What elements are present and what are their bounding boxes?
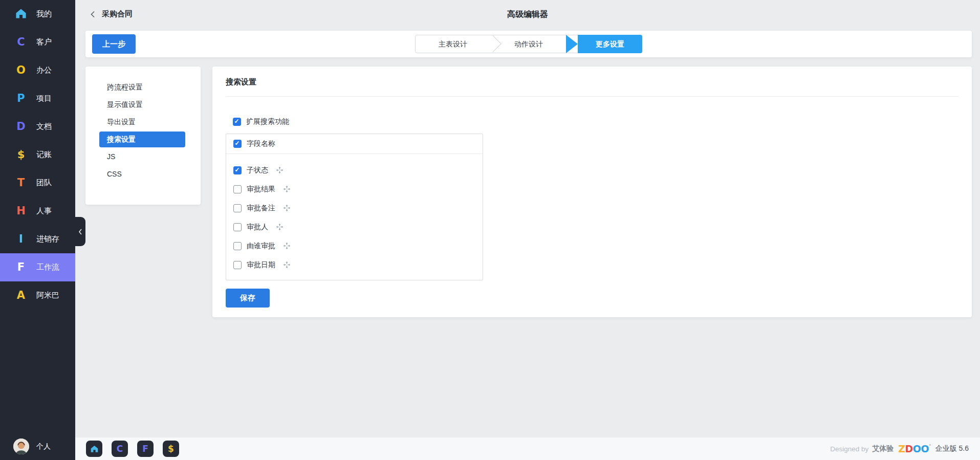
edition-label: 企业版 5.6: [935, 444, 969, 453]
field-label: 审批日期: [247, 260, 275, 270]
nav-item-search[interactable]: 搜索设置: [99, 132, 185, 147]
taskbar-accounting-icon[interactable]: $: [163, 441, 179, 457]
step-more-settings[interactable]: 更多设置: [578, 35, 642, 53]
sidebar-user[interactable]: 个人: [0, 439, 75, 454]
move-handle-icon[interactable]: [283, 261, 291, 269]
chevron-left-icon: [78, 228, 83, 235]
sidebar-item-project[interactable]: P 项目: [0, 84, 75, 113]
field-row-substatus: 子状态: [226, 161, 483, 180]
taskbar-apps: C F $: [86, 441, 179, 457]
sidebar-item-label: 我的: [36, 9, 52, 19]
sidebar-item-label: 工作流: [36, 262, 59, 272]
field-row-approver: 审批人: [226, 217, 483, 236]
sidebar-item-inventory[interactable]: I 进销存: [0, 225, 75, 253]
amoeba-letter-icon: A: [13, 290, 29, 301]
sidebar-item-label: 文档: [36, 122, 52, 132]
credit-brand: 艾体验: [872, 444, 894, 453]
move-handle-icon[interactable]: [283, 242, 291, 250]
extend-search-row: 扩展搜索功能: [233, 117, 972, 126]
credit-prefix: Designed by: [830, 445, 868, 453]
page-title: 高级编辑器: [75, 0, 980, 28]
dollar-icon: $: [13, 149, 29, 160]
hr-letter-icon: H: [13, 206, 29, 216]
wizard-stepper: 主表设计 动作设计 更多设置: [415, 35, 642, 53]
panel-title: 搜索设置: [212, 67, 972, 87]
sidebar-item-doc[interactable]: D 文档: [0, 113, 75, 141]
sidebar-item-label: 人事: [36, 206, 52, 216]
select-all-checkbox[interactable]: [233, 140, 242, 148]
taskbar-workflow-icon[interactable]: F: [137, 441, 154, 457]
nav-item-export[interactable]: 导出设置: [99, 114, 185, 130]
footer-credit: Designed by 艾体验 ZDOO° 企业版 5.6: [830, 444, 969, 454]
project-letter-icon: P: [13, 93, 29, 104]
customer-letter-icon: C: [13, 37, 29, 48]
move-handle-icon[interactable]: [276, 223, 284, 231]
taskbar-customer-icon[interactable]: C: [112, 441, 128, 457]
nav-item-js[interactable]: JS: [99, 149, 185, 165]
field-checkbox[interactable]: [233, 223, 242, 231]
field-label: 审批备注: [247, 204, 275, 213]
field-checkbox[interactable]: [233, 242, 242, 250]
field-list: 子状态 审批结果 审批备注 审批人: [226, 154, 483, 280]
move-handle-icon[interactable]: [276, 166, 284, 174]
sidebar-item-label: 记账: [36, 150, 52, 160]
sidebar-item-customer[interactable]: C 客户: [0, 28, 75, 56]
field-header-row: 字段名称: [226, 134, 483, 154]
workflow-letter-icon: F: [13, 262, 29, 273]
avatar: [13, 439, 29, 454]
field-list-box: 字段名称 子状态 审批结果 审批备注: [226, 134, 483, 280]
logo-d: D: [905, 444, 913, 454]
sidebar-item-workflow[interactable]: F 工作流: [0, 253, 75, 281]
field-checkbox[interactable]: [233, 261, 242, 269]
sidebar-item-office[interactable]: O 办公: [0, 56, 75, 84]
team-letter-icon: T: [13, 178, 29, 188]
sidebar-item-team[interactable]: T 团队: [0, 169, 75, 197]
nav-item-cross-flow[interactable]: 跨流程设置: [99, 79, 185, 95]
sidebar-item-amoeba[interactable]: A 阿米巴: [0, 281, 75, 310]
extend-search-label: 扩展搜索功能: [246, 117, 289, 126]
field-checkbox[interactable]: [233, 166, 242, 174]
field-row-approval-result: 审批结果: [226, 180, 483, 199]
field-row-approved-by: 由谁审批: [226, 236, 483, 255]
toolbar: 上一步 主表设计 动作设计 更多设置: [85, 31, 972, 57]
sidebar: 我的 C 客户 O 办公 P 项目 D 文档 $ 记账 T 团队 H 人事 I …: [0, 0, 75, 460]
step-action-design[interactable]: 动作设计: [491, 35, 567, 53]
sidebar-item-accounting[interactable]: $ 记账: [0, 141, 75, 169]
logo-trademark: °: [929, 445, 931, 449]
move-handle-icon[interactable]: [283, 185, 291, 193]
field-label: 由谁审批: [247, 242, 275, 251]
field-row-approval-date: 审批日期: [226, 255, 483, 274]
sidebar-item-label: 进销存: [36, 234, 59, 244]
doc-letter-icon: D: [13, 121, 29, 132]
field-checkbox[interactable]: [233, 185, 242, 193]
step-main-table-design[interactable]: 主表设计: [415, 35, 491, 53]
active-step-arrow: [566, 35, 578, 53]
sidebar-item-hr[interactable]: H 人事: [0, 197, 75, 225]
sidebar-item-my[interactable]: 我的: [0, 0, 75, 28]
sidebar-item-label: 项目: [36, 94, 52, 103]
extend-search-checkbox[interactable]: [233, 118, 241, 126]
field-label: 子状态: [247, 166, 268, 175]
field-row-approval-note: 审批备注: [226, 199, 483, 217]
search-settings-panel: 搜索设置 扩展搜索功能 字段名称 子状态 审批结果: [212, 67, 972, 317]
sidebar-collapse-handle[interactable]: [75, 217, 85, 246]
logo-z: Z: [898, 444, 905, 454]
header: 采购合同 高级编辑器: [75, 0, 980, 28]
nav-item-display-value[interactable]: 显示值设置: [99, 97, 185, 113]
sidebar-item-label: 客户: [36, 37, 52, 47]
taskbar-home-icon[interactable]: [86, 441, 102, 457]
save-button[interactable]: 保存: [226, 289, 270, 308]
prev-step-button[interactable]: 上一步: [92, 34, 136, 54]
field-checkbox[interactable]: [233, 204, 242, 212]
logo-oo: OO: [913, 444, 929, 454]
taskbar: C F $ Designed by 艾体验 ZDOO° 企业版 5.6: [75, 437, 980, 460]
nav-item-css[interactable]: CSS: [99, 166, 185, 182]
home-icon: [13, 8, 29, 21]
user-label: 个人: [36, 442, 51, 451]
move-handle-icon[interactable]: [283, 204, 291, 212]
inventory-letter-icon: I: [13, 234, 29, 245]
field-header-label: 字段名称: [247, 139, 275, 148]
sidebar-item-label: 办公: [36, 65, 52, 75]
field-label: 审批人: [247, 223, 268, 232]
office-letter-icon: O: [13, 65, 29, 76]
